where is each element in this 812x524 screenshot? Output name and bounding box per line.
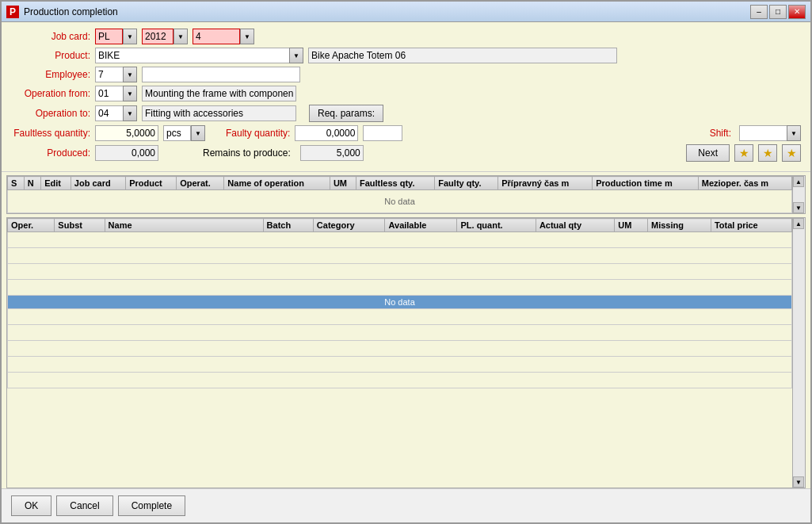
lower-table-empty-9 xyxy=(8,373,792,388)
complete-button[interactable]: Complete xyxy=(118,495,185,516)
lower-scroll-up[interactable]: ▲ xyxy=(793,218,804,229)
col-subst: Subst xyxy=(55,219,105,232)
shift-dropdown[interactable]: ▼ xyxy=(787,125,801,141)
col-n: N xyxy=(24,177,40,190)
pcs-input[interactable] xyxy=(163,125,191,141)
lower-table-header: Oper. Subst Name Batch Category Availabl… xyxy=(8,219,792,232)
operation-from-combo: ▼ xyxy=(95,86,137,101)
star-button-1[interactable]: ★ xyxy=(734,144,753,162)
employee-label: Employee: xyxy=(11,69,90,80)
minimize-button[interactable]: – xyxy=(750,5,768,19)
operation-from-input[interactable] xyxy=(95,86,123,101)
employee-dropdown[interactable]: ▼ xyxy=(123,67,137,82)
col-job-card: Job card xyxy=(71,177,125,190)
operation-from-text-input xyxy=(142,86,296,101)
col-actual-qty: Actual qty xyxy=(536,219,614,232)
col-category: Category xyxy=(313,219,385,232)
product-combo-group: ▼ xyxy=(95,48,303,63)
lower-table-empty-6 xyxy=(8,325,792,341)
upper-scrollbar[interactable]: ▲ ▼ xyxy=(793,175,806,214)
employee-combo-group: ▼ xyxy=(95,67,137,82)
job-card-pl-input[interactable] xyxy=(95,29,123,44)
operation-from-dropdown[interactable]: ▼ xyxy=(123,86,137,101)
upper-table-header: S N Edit Job card Product Operat. Name o… xyxy=(8,177,792,190)
employee-name-input[interactable] xyxy=(142,67,300,82)
lower-table-wrapper: Oper. Subst Name Batch Category Availabl… xyxy=(6,217,793,488)
employee-row: Employee: ▼ xyxy=(11,67,801,82)
shift-combo: ▼ xyxy=(739,125,801,141)
job-card-number-input[interactable] xyxy=(193,29,240,44)
operation-to-text-input xyxy=(142,105,296,121)
ok-button[interactable]: OK xyxy=(11,495,51,516)
lower-table-empty-5 xyxy=(8,309,792,325)
job-card-year-input[interactable] xyxy=(142,29,173,44)
produced-label: Produced: xyxy=(11,147,90,159)
faultless-qty-label: Faultless quantity: xyxy=(11,128,90,139)
product-input[interactable] xyxy=(95,48,289,63)
produced-input xyxy=(95,145,158,161)
faultless-qty-input[interactable] xyxy=(95,125,158,141)
shift-input[interactable] xyxy=(739,125,787,141)
qty-row: Faultless quantity: ▼ Faulty quantity: S… xyxy=(11,125,801,141)
col-available: Available xyxy=(385,219,457,232)
operation-to-input[interactable] xyxy=(95,105,123,121)
lower-table: Oper. Subst Name Batch Category Availabl… xyxy=(7,218,792,388)
col-name-of-operation: Name of operation xyxy=(224,177,330,190)
lower-no-data-cell: No data xyxy=(8,296,792,309)
job-card-year-dropdown[interactable]: ▼ xyxy=(173,29,188,44)
operation-to-dropdown[interactable]: ▼ xyxy=(123,105,137,121)
shift-label: Shift: xyxy=(710,128,731,139)
lower-table-empty-8 xyxy=(8,357,792,373)
employee-input[interactable] xyxy=(95,67,123,82)
col-production-time: Production time m xyxy=(593,177,699,190)
product-row: Product: ▼ xyxy=(11,48,801,63)
pcs-group: ▼ xyxy=(163,125,205,141)
job-card-label: Job card: xyxy=(11,31,90,42)
job-card-row: Job card: ▼ ▼ ▼ xyxy=(11,29,801,44)
col-um: UM xyxy=(330,177,356,190)
col-operat: Operat. xyxy=(177,177,224,190)
produced-row: Produced: Remains to produce: Next ★ ★ ★ xyxy=(11,144,801,162)
product-name-input xyxy=(308,48,617,63)
faulty-unit-input[interactable] xyxy=(363,125,402,141)
req-params-button[interactable]: Req. params: xyxy=(309,105,383,122)
col-um-lower: UM xyxy=(615,219,648,232)
lower-scrollbar[interactable]: ▲ ▼ xyxy=(793,217,806,488)
star-button-2[interactable]: ★ xyxy=(758,144,777,162)
lower-scroll-down[interactable]: ▼ xyxy=(793,476,804,488)
upper-no-data-cell: No data xyxy=(8,190,792,213)
operation-to-combo: ▼ xyxy=(95,105,137,121)
product-dropdown[interactable]: ▼ xyxy=(289,48,303,63)
col-name: Name xyxy=(105,219,263,232)
col-batch: Batch xyxy=(263,219,313,232)
product-label: Product: xyxy=(11,50,90,61)
job-card-number-dropdown[interactable]: ▼ xyxy=(240,29,254,44)
lower-table-empty-3 xyxy=(8,264,792,280)
remains-label: Remains to produce: xyxy=(203,147,291,159)
operation-to-row: Operation to: ▼ Req. params: xyxy=(11,105,801,122)
next-button[interactable]: Next xyxy=(686,144,730,162)
maximize-button[interactable]: □ xyxy=(769,5,787,19)
col-s: S xyxy=(8,177,25,190)
faulty-qty-input[interactable] xyxy=(295,125,358,141)
job-card-number-group: ▼ xyxy=(193,29,254,44)
window-icon: P xyxy=(6,6,19,18)
lower-table-empty-1 xyxy=(8,232,792,248)
star-button-3[interactable]: ★ xyxy=(782,144,801,162)
col-oper: Oper. xyxy=(8,219,55,232)
operation-from-row: Operation from: ▼ xyxy=(11,86,801,101)
col-pl-quant: PL. quant. xyxy=(457,219,536,232)
upper-scroll-up[interactable]: ▲ xyxy=(793,176,804,187)
lower-table-empty-4 xyxy=(8,280,792,296)
title-bar: P Production completion – □ ✕ xyxy=(2,2,810,22)
faulty-qty-label: Faulty quantity: xyxy=(226,128,290,139)
window-title: Production completion xyxy=(24,6,750,17)
col-missing: Missing xyxy=(648,219,711,232)
col-edit: Edit xyxy=(41,177,71,190)
upper-scroll-down[interactable]: ▼ xyxy=(793,202,804,213)
cancel-button[interactable]: Cancel xyxy=(56,495,112,516)
pcs-dropdown[interactable]: ▼ xyxy=(191,125,205,141)
close-button[interactable]: ✕ xyxy=(788,5,806,19)
lower-table-container: Oper. Subst Name Batch Category Availabl… xyxy=(6,217,806,488)
job-card-pl-dropdown[interactable]: ▼ xyxy=(123,29,137,44)
